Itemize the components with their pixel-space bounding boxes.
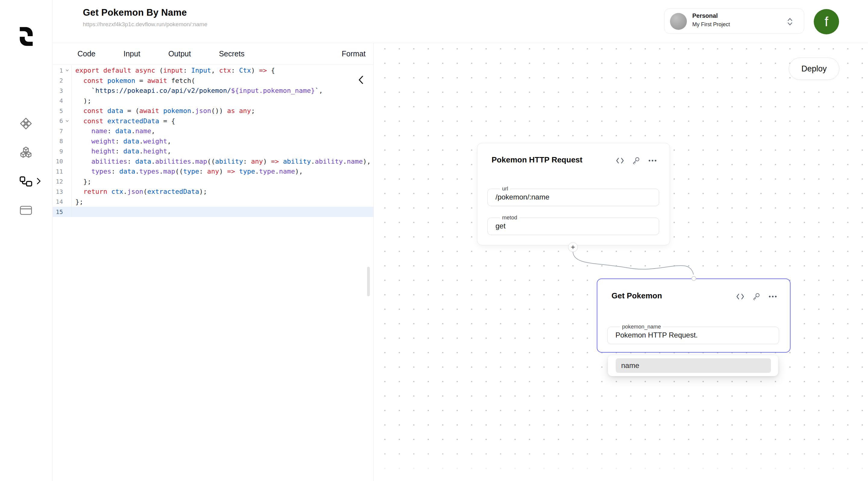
- autocomplete-dropdown: name: [608, 355, 778, 376]
- add-node-button[interactable]: +: [568, 242, 578, 252]
- tab-secrets[interactable]: Secrets: [219, 50, 244, 58]
- metod-field[interactable]: metod get: [487, 215, 659, 235]
- code-line[interactable]: 6 const extractedData = {: [53, 116, 373, 126]
- editor-tabbar: Code Input Output Secrets Format: [53, 43, 373, 65]
- pokemon-name-field-label: pokemon_name: [620, 324, 663, 330]
- dropdown-item-name[interactable]: name: [616, 358, 771, 373]
- code-line[interactable]: 7 name: data.name,: [53, 126, 373, 136]
- header: Get Pokemon By Name https://hrezxf4k3p1c…: [53, 0, 868, 43]
- code-line[interactable]: 1export default async (input: Input, ctx…: [53, 65, 373, 76]
- sidebar: [0, 0, 53, 481]
- workflow-icon: [20, 176, 32, 187]
- sidebar-item-modules[interactable]: [19, 146, 33, 159]
- connection-wire: [374, 43, 868, 481]
- code-icon[interactable]: [736, 293, 744, 300]
- workspace-name: Personal: [692, 12, 718, 19]
- metod-field-value: get: [495, 222, 659, 230]
- code-icon[interactable]: [616, 157, 624, 165]
- code-line[interactable]: 5 const data = (await pokemon.json()) as…: [53, 106, 373, 116]
- code-line[interactable]: 9 height: data.height,: [53, 146, 373, 156]
- sidebar-item-workflows[interactable]: [19, 175, 33, 188]
- workflow-canvas[interactable]: Deploy Pokemon HTTP Request: [374, 43, 868, 481]
- ellipsis-icon[interactable]: [648, 157, 657, 165]
- url-field[interactable]: url /pokemon/:name: [487, 186, 659, 206]
- code-line[interactable]: 12 };: [53, 177, 373, 187]
- metod-field-label: metod: [500, 215, 519, 221]
- page-title: Get Pokemon By Name: [83, 7, 207, 18]
- app-logo[interactable]: [15, 27, 38, 46]
- url-field-label: url: [500, 186, 510, 192]
- tab-output[interactable]: Output: [168, 50, 191, 58]
- chevron-left-icon: [358, 75, 364, 85]
- sidebar-expand-chevron-icon[interactable]: [37, 178, 41, 185]
- code-line[interactable]: 11 types: data.types.map((type: any) => …: [53, 166, 373, 177]
- tab-input[interactable]: Input: [124, 50, 141, 58]
- node-input-handle[interactable]: [691, 276, 696, 281]
- cubes-icon: [19, 147, 33, 159]
- deploy-button[interactable]: Deploy: [789, 58, 839, 80]
- endpoint-url: https://hrezxf4k3p1c.devflow.run/pokemon…: [83, 21, 207, 28]
- code-line[interactable]: 15: [53, 207, 373, 217]
- pokemon-name-field-value: Pokemon HTTP Request.: [615, 331, 779, 339]
- code-line[interactable]: 13 return ctx.json(extractedData);: [53, 187, 373, 197]
- workspace-selector[interactable]: Personal My First Project: [664, 8, 804, 34]
- node-get-pokemon[interactable]: Get Pokemon pokemon_name Pokemon: [597, 279, 790, 353]
- project-name: My First Project: [692, 22, 730, 28]
- sidebar-item-billing[interactable]: [19, 204, 33, 217]
- editor-scrollbar-thumb[interactable]: [367, 267, 370, 296]
- user-avatar-letter: f: [825, 14, 828, 29]
- code-line[interactable]: 2 const pokemon = await fetch(: [53, 76, 373, 86]
- key-icon[interactable]: [632, 156, 640, 165]
- node-title: Pokemon HTTP Request: [492, 155, 582, 165]
- code-panel: Code Input Output Secrets Format 1export…: [53, 43, 374, 481]
- code-line[interactable]: 10 abilities: data.abilities.map((abilit…: [53, 156, 373, 167]
- code-line[interactable]: 3 `https://pokeapi.co/api/v2/pokemon/${i…: [53, 86, 373, 96]
- node-title: Get Pokemon: [612, 291, 662, 300]
- workspace-avatar: [670, 13, 687, 30]
- ellipsis-icon[interactable]: [768, 293, 777, 300]
- billing-card-icon: [20, 206, 32, 215]
- format-button[interactable]: Format: [342, 50, 366, 58]
- tab-code[interactable]: Code: [78, 50, 96, 58]
- collapse-panel-button[interactable]: [354, 73, 367, 87]
- chevron-up-down-icon: [786, 17, 794, 26]
- code-line[interactable]: 4 );: [53, 96, 373, 106]
- pokemon-name-field[interactable]: pokemon_name Pokemon HTTP Request.: [607, 324, 779, 344]
- code-line[interactable]: 14};: [53, 197, 373, 207]
- code-line[interactable]: 8 weight: data.weight,: [53, 136, 373, 147]
- apps-grid-icon: [20, 118, 32, 130]
- key-icon[interactable]: [752, 292, 761, 300]
- user-avatar[interactable]: f: [814, 9, 839, 34]
- url-field-value: /pokemon/:name: [495, 193, 659, 201]
- code-editor[interactable]: 1export default async (input: Input, ctx…: [53, 65, 373, 217]
- sidebar-item-apps[interactable]: [19, 117, 33, 130]
- node-pokemon-http-request[interactable]: Pokemon HTTP Request url /pokemon: [477, 143, 670, 245]
